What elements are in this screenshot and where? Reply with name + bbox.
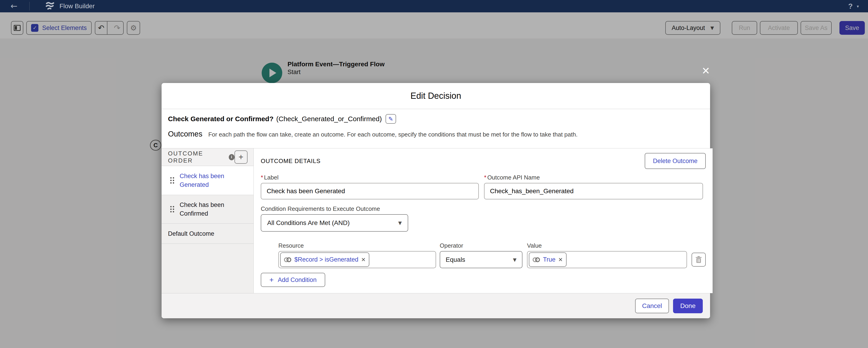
outcome-item-label: Default Outcome bbox=[168, 229, 225, 238]
operator-value: Equals bbox=[446, 256, 465, 263]
outcome-order-header: OUTCOME ORDER i + bbox=[162, 148, 253, 166]
value-pill-label: True bbox=[543, 256, 556, 263]
decision-label: Check Generated or Confirmed? bbox=[168, 115, 274, 123]
info-icon[interactable]: i bbox=[229, 154, 235, 160]
header-divider bbox=[29, 2, 30, 10]
resource-pill-label: $Record > isGenerated bbox=[294, 256, 358, 263]
required-marker: * bbox=[484, 174, 486, 181]
outcome-item-label: Check has been Confirmed bbox=[180, 201, 237, 218]
record-variable-icon bbox=[284, 257, 291, 263]
outcomes-heading-row: Outcomes For each path the flow can take… bbox=[168, 129, 704, 138]
value-label: Value bbox=[527, 242, 688, 249]
remove-resource-icon[interactable]: ✕ bbox=[361, 257, 366, 263]
outcome-order-title: OUTCOME ORDER bbox=[168, 150, 225, 164]
modal-title: Edit Decision bbox=[410, 91, 461, 101]
value-column: Value True ✕ bbox=[527, 242, 688, 268]
flow-builder-logo-icon bbox=[45, 2, 54, 11]
condition-requirements-value: All Conditions Are Met (AND) bbox=[267, 219, 350, 227]
outcome-details-header: OUTCOME DETAILS Delete Outcome bbox=[261, 153, 706, 169]
outcome-item-label: Check has been Generated bbox=[180, 172, 237, 189]
outcome-details-panel: OUTCOME DETAILS Delete Outcome *Label *O… bbox=[254, 148, 713, 293]
label-fields-row: *Label *Outcome API Name bbox=[261, 174, 706, 199]
add-outcome-button[interactable]: + bbox=[235, 150, 248, 164]
help-chevron-down-icon[interactable]: ▾ bbox=[857, 4, 859, 9]
outcomes-heading: Outcomes bbox=[168, 129, 202, 138]
pencil-icon: ✎ bbox=[388, 116, 393, 122]
remove-value-icon[interactable]: ✕ bbox=[558, 257, 563, 263]
outcome-order-panel: OUTCOME ORDER i + Check has been Generat… bbox=[162, 148, 254, 293]
required-marker: * bbox=[261, 174, 263, 181]
add-condition-label: Add Condition bbox=[278, 277, 317, 284]
condition-requirements-field: Condition Requirements to Execute Outcom… bbox=[261, 205, 706, 232]
label-input[interactable] bbox=[261, 183, 479, 199]
operator-column: Operator Equals ▼ bbox=[440, 242, 523, 268]
add-condition-button[interactable]: + Add Condition bbox=[261, 273, 325, 287]
plus-icon: + bbox=[239, 152, 243, 162]
done-button[interactable]: Done bbox=[673, 299, 703, 313]
record-variable-icon bbox=[532, 257, 540, 263]
cancel-button[interactable]: Cancel bbox=[635, 299, 669, 313]
decision-name-row: Check Generated or Confirmed? (Check_Gen… bbox=[168, 114, 704, 124]
modal-footer: Cancel Done bbox=[162, 293, 710, 318]
modal-panels: OUTCOME ORDER i + Check has been Generat… bbox=[162, 148, 710, 293]
chevron-down-icon: ▼ bbox=[398, 220, 402, 226]
app-header: ← Flow Builder ? ▾ bbox=[0, 0, 868, 12]
close-icon[interactable]: ✕ bbox=[702, 66, 710, 76]
edit-name-button[interactable]: ✎ bbox=[385, 114, 396, 124]
delete-condition-button[interactable] bbox=[691, 253, 706, 267]
api-field-label: *Outcome API Name bbox=[484, 174, 703, 181]
outcome-list-item[interactable]: Check has been Generated bbox=[162, 166, 253, 195]
condition-row: Resource $Record > isGenerated ✕ bbox=[278, 242, 706, 268]
help-icon[interactable]: ? bbox=[848, 2, 853, 10]
outcome-list-item[interactable]: Check has been Confirmed bbox=[162, 195, 253, 224]
outcome-details-title: OUTCOME DETAILS bbox=[261, 157, 321, 165]
operator-label: Operator bbox=[440, 242, 523, 249]
app-title: Flow Builder bbox=[59, 2, 95, 10]
drag-handle-icon[interactable] bbox=[170, 177, 174, 183]
resource-pill[interactable]: $Record > isGenerated ✕ bbox=[280, 253, 369, 267]
value-combobox[interactable]: True ✕ bbox=[527, 251, 687, 268]
resource-column: Resource $Record > isGenerated ✕ bbox=[278, 242, 436, 268]
outcome-api-name-input[interactable] bbox=[484, 183, 703, 199]
label-field-label: *Label bbox=[261, 174, 479, 181]
value-pill[interactable]: True ✕ bbox=[529, 253, 566, 267]
modal-upper-section: Check Generated or Confirmed? (Check_Gen… bbox=[162, 109, 710, 148]
operator-dropdown[interactable]: Equals ▼ bbox=[440, 251, 522, 268]
drag-handle-icon[interactable] bbox=[170, 206, 174, 212]
outcomes-description: For each path the flow can take, create … bbox=[208, 131, 578, 138]
label-field: *Label bbox=[261, 174, 479, 199]
condition-requirements-dropdown[interactable]: All Conditions Are Met (AND) ▼ bbox=[261, 214, 408, 232]
delete-outcome-button[interactable]: Delete Outcome bbox=[645, 153, 706, 169]
modal-header: Edit Decision bbox=[162, 83, 710, 109]
resource-combobox[interactable]: $Record > isGenerated ✕ bbox=[278, 251, 436, 268]
back-arrow-icon[interactable]: ← bbox=[10, 0, 18, 12]
decision-api-name: (Check_Generated_or_Confirmed) bbox=[276, 115, 382, 123]
outcome-list-item[interactable]: Default Outcome bbox=[162, 224, 253, 244]
trash-icon bbox=[695, 256, 702, 264]
api-name-field: *Outcome API Name bbox=[484, 174, 703, 199]
resource-label: Resource bbox=[278, 242, 436, 249]
plus-icon: + bbox=[270, 276, 274, 284]
edit-decision-modal: Edit Decision Check Generated or Confirm… bbox=[162, 83, 710, 318]
chevron-down-icon: ▼ bbox=[513, 257, 517, 262]
condition-requirements-label: Condition Requirements to Execute Outcom… bbox=[261, 205, 706, 212]
